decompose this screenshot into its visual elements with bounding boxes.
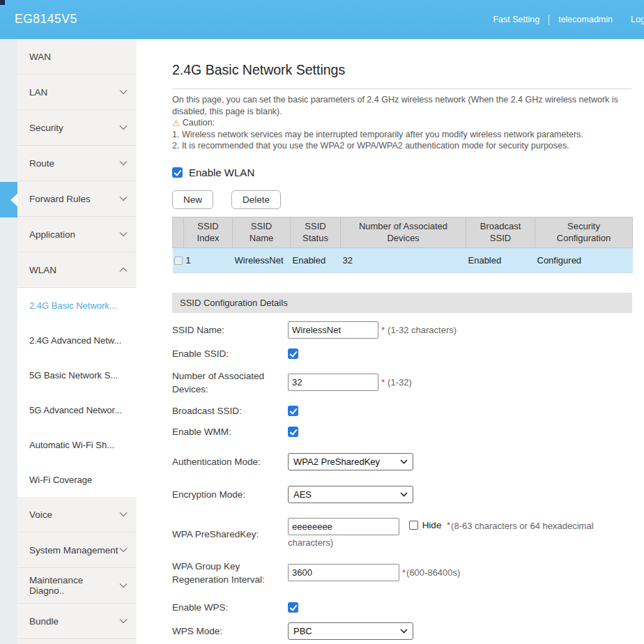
table-header-row: SSID Index SSID Name SSID Status Number … (173, 217, 633, 247)
enable-wps-checkbox[interactable] (288, 602, 298, 613)
sidebar-item-wlan[interactable]: WLAN (17, 252, 137, 288)
chevron-down-icon (400, 459, 408, 464)
sidebar-item-forward-rules[interactable]: Forward Rules (17, 181, 137, 217)
cell-ssid-index: 1 (184, 247, 233, 273)
chevron-down-icon (400, 629, 408, 634)
sidebar-item-voice[interactable]: Voice (17, 497, 137, 532)
fast-setting-link[interactable]: Fast Setting (484, 15, 549, 24)
cell-security-configuration: Configured (535, 247, 633, 273)
col-ssid-status: SSID Status (291, 217, 341, 247)
chevron-down-icon (119, 231, 128, 237)
form-row-enable-ssid: Enable SSID: (172, 347, 632, 360)
col-broadcast-ssid: Broadcast SSID (466, 217, 535, 247)
wpa-interval-label: WPA Group Key Regeneration Interval: (172, 560, 288, 586)
chevron-down-icon (119, 512, 128, 517)
required-marker: * (381, 377, 385, 388)
sidebar-item-lan[interactable]: LAN (17, 75, 137, 110)
delete-button[interactable]: Delete (231, 190, 281, 209)
form-row-encryption-mode: Encryption Mode: AES (172, 486, 632, 503)
submenu-item-wifi-coverage[interactable]: Wi-Fi Coverage (17, 462, 137, 497)
sidebar-item-bundle[interactable]: Bundle (17, 604, 137, 639)
title-divider (172, 89, 631, 89)
chevron-up-icon (119, 267, 128, 273)
ssid-name-label: SSID Name: (172, 323, 288, 337)
required-marker: * (402, 567, 406, 578)
table-actions: New Delete (172, 190, 631, 209)
ssid-name-input[interactable] (288, 321, 378, 339)
sidebar-item-label: Forward Rules (29, 194, 91, 204)
auth-mode-value: WPA2 PreSharedKey (293, 457, 380, 467)
chevron-down-icon (119, 125, 128, 130)
encryption-mode-select[interactable]: AES (288, 486, 413, 503)
submenu-item-5g-advanced[interactable]: 5G Advanced Networ... (17, 392, 137, 427)
enable-ssid-label: Enable SSID: (172, 347, 288, 360)
required-marker: * (447, 520, 450, 530)
form-row-enable-wmm: Enable WMM: (172, 425, 632, 438)
enable-wlan-checkbox[interactable] (172, 167, 183, 178)
ssid-config-form: SSID Name: * (1-32 characters) Enable SS… (172, 321, 632, 640)
wps-mode-label: WPS Mode: (172, 624, 288, 638)
form-row-auth-mode: Authentication Mode: WPA2 PreSharedKey (172, 453, 632, 470)
cell-ssid-status: Enabled (291, 247, 341, 273)
sidebar-item-security[interactable]: Security (17, 110, 137, 146)
enable-wps-label: Enable WPS: (172, 601, 288, 614)
form-row-ssid-name: SSID Name: * (1-32 characters) (172, 321, 632, 339)
new-button[interactable]: New (172, 190, 213, 209)
chevron-down-icon (119, 196, 128, 201)
submenu-item-5g-basic[interactable]: 5G Basic Network S... (17, 358, 137, 392)
chevron-down-icon (400, 492, 408, 497)
wpa-interval-hint: (600-86400s) (406, 567, 460, 578)
device-model-title: EG8145V5 (15, 12, 77, 26)
sidebar-item-label: Bundle (29, 616, 59, 627)
enable-wmm-checkbox[interactable] (288, 427, 298, 437)
logout-link[interactable]: Log (622, 15, 644, 24)
enable-wlan-label: Enable WLAN (189, 167, 254, 178)
enable-ssid-checkbox[interactable] (288, 348, 298, 359)
sidebar-item-system-management[interactable]: System Management (17, 532, 137, 568)
col-select (173, 217, 184, 247)
submenu-item-auto-wifi[interactable]: Automatic Wi-Fi Sh... (17, 427, 137, 462)
broadcast-ssid-checkbox[interactable] (288, 406, 298, 416)
app-header: EG8145V5 Fast Setting telecomadmin Log (0, 0, 644, 39)
col-ssid-name: SSID Name (233, 217, 291, 247)
auth-mode-label: Authentication Mode: (172, 455, 288, 468)
cell-ssid-name: WirelessNet (233, 247, 291, 273)
sidebar-item-maintenance-diagnose[interactable]: Maintenance Diagno.. (17, 568, 137, 604)
wlan-submenu: 2.4G Basic Network... 2.4G Advanced Netw… (17, 288, 137, 497)
sidebar-item-label: Voice (29, 509, 52, 520)
sidebar-item-application[interactable]: Application (17, 217, 137, 252)
cell-associated-devices: 32 (341, 247, 466, 273)
sidebar-rail (0, 39, 17, 644)
sidebar-item-route[interactable]: Route (17, 146, 137, 181)
sidebar-item-label: Security (29, 123, 63, 133)
wpa-psk-label: WPA PreSharedKey: (172, 528, 288, 541)
required-marker: * (381, 325, 385, 335)
table-row[interactable]: 1 WirelessNet Enabled 32 Enabled Configu… (173, 247, 633, 273)
caution-item-2: 2. It is recommended that you use the WP… (172, 140, 631, 152)
sidebar-item-label: WAN (29, 52, 51, 62)
sidebar-item-wan[interactable]: WAN (17, 39, 137, 75)
row-select-checkbox[interactable] (174, 256, 183, 265)
enable-wmm-label: Enable WMM: (172, 425, 288, 438)
broadcast-ssid-label: Broadcast SSID: (172, 404, 288, 417)
sidebar-collapse-handle[interactable] (0, 182, 17, 217)
wpa-psk-input[interactable] (288, 518, 399, 535)
sidebar-item-label: WLAN (29, 265, 56, 275)
wps-mode-select[interactable]: PBC (288, 622, 413, 640)
caution-item-1: 1. Wireless network services may be inte… (172, 129, 631, 141)
hide-psk-checkbox[interactable] (409, 521, 418, 530)
encryption-mode-value: AES (293, 489, 312, 500)
sidebar-item-label: LAN (29, 87, 47, 98)
sidebar-item-label: Maintenance Diagno.. (29, 575, 119, 596)
submenu-item-24g-advanced[interactable]: 2.4G Advanced Netw... (17, 323, 137, 358)
submenu-item-24g-basic[interactable]: 2.4G Basic Network... (17, 288, 137, 323)
sidebar-item-label: Route (29, 158, 54, 169)
auth-mode-select[interactable]: WPA2 PreSharedKey (288, 453, 413, 470)
caution-row: ⚠ Caution: (172, 117, 631, 129)
col-security-configuration: Security Configuration (535, 217, 633, 247)
sidebar-menu: WAN LAN Security Route Forward Rules App… (17, 39, 137, 639)
cell-broadcast-ssid: Enabled (466, 247, 535, 273)
associated-devices-input[interactable] (288, 374, 378, 391)
corner-logo-chip (0, 0, 5, 5)
wpa-interval-input[interactable] (288, 564, 399, 581)
